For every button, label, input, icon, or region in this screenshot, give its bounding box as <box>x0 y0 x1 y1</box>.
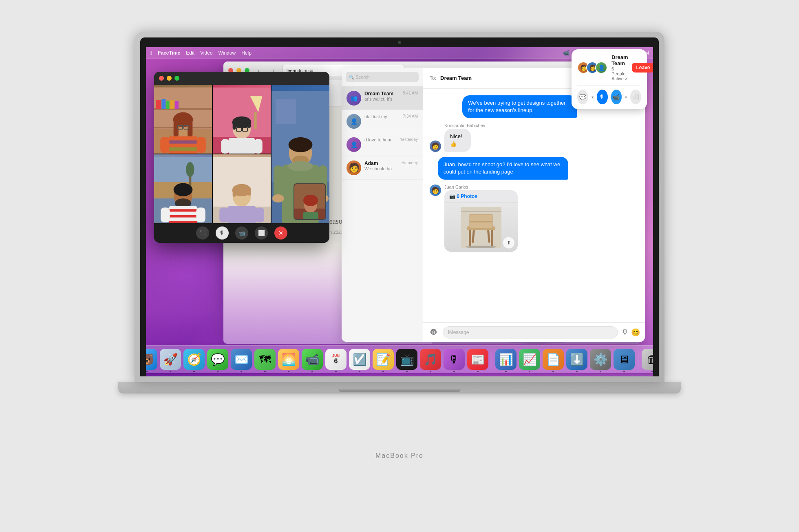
dock-screentime[interactable]: 🖥 <box>614 349 635 370</box>
svg-rect-76 <box>219 207 228 222</box>
dock-launchpad[interactable]: 🚀 <box>160 349 181 370</box>
video-menu[interactable]: Video <box>200 50 212 56</box>
dock-divider-2 <box>638 351 638 367</box>
facetime-thumbnail <box>294 183 326 220</box>
chat-chevron: ▾ <box>592 95 594 99</box>
apple-menu[interactable]:  <box>150 50 152 56</box>
svg-rect-67 <box>161 207 170 222</box>
message-input[interactable]: iMessage <box>443 326 618 339</box>
facetime-participant-4 <box>154 154 212 223</box>
konstantin-avatar: 🧑 <box>430 141 441 152</box>
dock-news[interactable]: 📰 <box>467 349 488 370</box>
dock-facetime[interactable]: 📹 <box>302 349 323 370</box>
chat-action-button[interactable]: 💬 <box>577 90 588 104</box>
dock-numbers[interactable]: 📈 <box>519 349 540 370</box>
svg-rect-12 <box>156 100 161 109</box>
effects-button[interactable]: ⬜ <box>255 226 268 240</box>
sp-header: 🧑 👩 👤 Dream Team 6 People Active > Leave <box>577 54 641 81</box>
bubble-sent-1: We've been trying to get designs togethe… <box>462 95 577 118</box>
messages-search: 🔍 Search <box>342 68 423 87</box>
chat-body: We've been trying to get designs togethe… <box>423 89 645 322</box>
adam-avatar: 🧑 <box>347 160 361 175</box>
conversation-7-34[interactable]: 👤 nk I lost my 7:34 AM <box>342 110 423 133</box>
chat-input-area: 🅐 iMessage 🎙 😊 <box>423 322 645 342</box>
svg-rect-41 <box>221 139 229 154</box>
mic-action-button[interactable]: 🎙 <box>597 90 608 104</box>
sp-group-name: Dream Team <box>611 54 628 66</box>
screen-share-button[interactable]: ⬛ <box>196 226 209 240</box>
conversation-saturday[interactable]: 🧑 Adam We should hang out soon! Saturday <box>342 156 423 180</box>
dock-messages[interactable]: 💬 <box>207 349 228 370</box>
svg-rect-26 <box>169 147 198 151</box>
conv3-avatar: 👤 <box>347 137 361 152</box>
svg-rect-73 <box>233 189 236 197</box>
svg-rect-35 <box>233 121 236 130</box>
chat-name: Dream Team <box>440 75 472 81</box>
dock-pages[interactable]: 📄 <box>543 349 564 370</box>
sp-people-count: 6 People Active > <box>611 66 628 81</box>
emoji-button[interactable]: 😊 <box>631 328 640 337</box>
conversation-dream-team[interactable]: 👥 Dream Team ar's wallet. It's 9:41 AM <box>342 87 423 110</box>
dock-calendar[interactable]: JUN 6 <box>325 349 347 370</box>
dock-music[interactable]: 🎵 <box>420 349 441 370</box>
svg-rect-65 <box>169 215 197 218</box>
conversation-yesterday[interactable]: 👤 d love to hear Yesterday <box>342 133 423 156</box>
input-right-actions: 🎙 😊 <box>621 328 640 337</box>
app-name-menu[interactable]: FaceTime <box>158 50 180 56</box>
help-menu[interactable]: Help <box>241 50 252 56</box>
input-placeholder: iMessage <box>448 330 469 335</box>
ft-close-button[interactable] <box>159 76 164 81</box>
dock-maps[interactable]: 🗺 <box>254 349 276 370</box>
window-menu[interactable]: Window <box>218 50 236 56</box>
conv2-avatar: 👤 <box>347 114 361 129</box>
mute-button[interactable]: 🎙 <box>216 226 229 240</box>
dock-appstore[interactable]: ⬇️ <box>566 349 587 370</box>
messages-sidebar: 🔍 Search 👥 Dream Team ar's wallet. It's <box>342 68 423 342</box>
dock-appletv[interactable]: 📺 <box>396 349 417 370</box>
dock-trash[interactable]: 🗑 <box>642 349 653 370</box>
menubar-left:  FaceTime Edit Video Window Help <box>150 50 252 56</box>
audio-input-icon[interactable]: 🎙 <box>621 328 629 337</box>
edit-menu[interactable]: Edit <box>186 50 194 56</box>
app-drawer-button[interactable]: 🅐 <box>428 327 439 338</box>
photo-grid[interactable]: 📷 6 Photos <box>444 190 518 252</box>
ft-maximize-button[interactable] <box>174 76 179 81</box>
macbook-lid:  FaceTime Edit Video Window Help 📹 ▬ ◈ … <box>135 32 664 382</box>
svg-rect-45 <box>276 99 296 124</box>
sp-info: Dream Team 6 People Active > <box>611 54 628 81</box>
svg-rect-82 <box>303 212 318 220</box>
dock-notes[interactable]: 📝 <box>373 349 394 370</box>
dock: 🐻 🚀 🧭 💬 ✉️ 🗺 🌅 📹 JUN 6 ☑️ 📝 📺 🎵 <box>146 345 653 373</box>
dock-finder[interactable]: 🐻 <box>146 349 157 370</box>
end-call-button[interactable]: ✕ <box>274 226 287 240</box>
svg-rect-25 <box>169 141 198 144</box>
messages-search-input[interactable]: 🔍 Search <box>346 72 419 82</box>
svg-rect-63 <box>169 206 197 223</box>
dock-photos[interactable]: 🌅 <box>278 349 299 370</box>
dock-keynote[interactable]: 📊 <box>495 349 516 370</box>
juan-avatar: 🧑 <box>430 185 441 196</box>
video-icon: 📹 <box>563 50 569 56</box>
video-action-button[interactable]: 📹 <box>611 90 622 104</box>
to-label: To: <box>430 75 436 81</box>
svg-rect-15 <box>170 100 174 109</box>
dock-mail[interactable]: ✉️ <box>231 349 252 370</box>
camera-button[interactable]: 📹 <box>235 226 248 240</box>
camera-dot <box>398 41 401 44</box>
macbook-base <box>118 382 681 394</box>
dock-podcasts[interactable]: 🎙 <box>444 349 465 370</box>
facetime-participant-2 <box>213 85 271 154</box>
svg-rect-16 <box>175 101 179 109</box>
dock-reminders[interactable]: ☑️ <box>349 349 370 370</box>
photo-label: 📷 6 Photos <box>444 190 518 203</box>
photo-action-button[interactable]: ⬆ <box>503 237 514 248</box>
dream-team-avatar: 👥 <box>347 91 361 106</box>
leave-button[interactable]: Leave <box>632 63 653 73</box>
dock-settings[interactable]: ⚙️ <box>590 349 611 370</box>
svg-rect-64 <box>169 209 197 212</box>
shareplay-action-button[interactable]: ⬜ <box>630 90 641 104</box>
facetime-window: ⬛ 🎙 📹 ⬜ ✕ <box>154 72 329 243</box>
sent-message-2: Juan, how'd the shoot go? I'd love to se… <box>438 157 638 180</box>
ft-minimize-button[interactable] <box>167 76 172 81</box>
dock-safari[interactable]: 🧭 <box>183 349 205 370</box>
